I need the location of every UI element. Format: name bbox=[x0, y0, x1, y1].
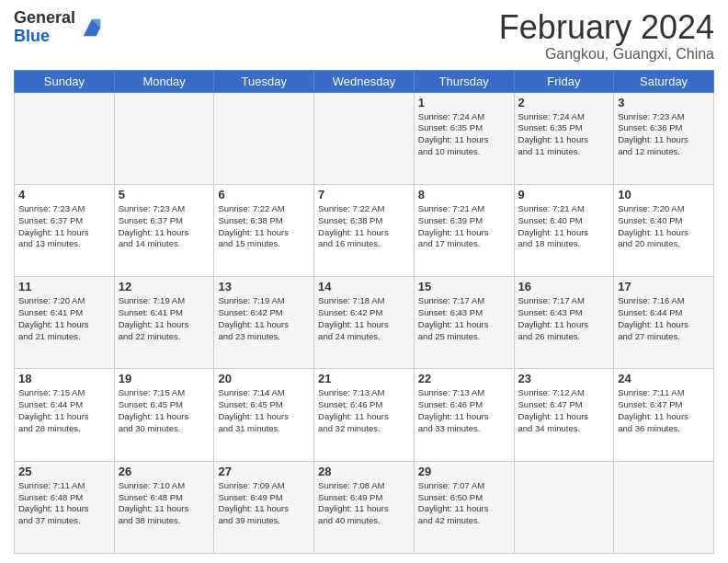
day-info: Sunrise: 7:22 AM Sunset: 6:38 PM Dayligh… bbox=[218, 203, 310, 250]
day-number: 2 bbox=[518, 96, 610, 109]
day-info: Sunrise: 7:17 AM Sunset: 6:43 PM Dayligh… bbox=[518, 295, 610, 342]
day-number: 29 bbox=[418, 465, 510, 478]
day-info: Sunrise: 7:14 AM Sunset: 6:45 PM Dayligh… bbox=[218, 387, 310, 434]
day-info: Sunrise: 7:20 AM Sunset: 6:40 PM Dayligh… bbox=[618, 203, 710, 250]
calendar-cell: 21Sunrise: 7:13 AM Sunset: 6:46 PM Dayli… bbox=[314, 369, 415, 461]
calendar-cell: 10Sunrise: 7:20 AM Sunset: 6:40 PM Dayli… bbox=[614, 184, 714, 276]
logo-line1: General bbox=[14, 9, 75, 28]
day-info: Sunrise: 7:24 AM Sunset: 6:35 PM Dayligh… bbox=[518, 111, 610, 158]
month-title: February 2024 bbox=[499, 9, 714, 46]
day-info: Sunrise: 7:11 AM Sunset: 6:48 PM Dayligh… bbox=[18, 480, 110, 527]
calendar-cell: 2Sunrise: 7:24 AM Sunset: 6:35 PM Daylig… bbox=[514, 92, 614, 184]
calendar-cell: 7Sunrise: 7:22 AM Sunset: 6:38 PM Daylig… bbox=[314, 184, 415, 276]
calendar-cell: 26Sunrise: 7:10 AM Sunset: 6:48 PM Dayli… bbox=[114, 461, 214, 553]
calendar-cell: 29Sunrise: 7:07 AM Sunset: 6:50 PM Dayli… bbox=[414, 461, 514, 553]
day-header-tuesday: Tuesday bbox=[214, 70, 314, 92]
day-number: 19 bbox=[119, 372, 210, 385]
day-header-saturday: Saturday bbox=[614, 70, 714, 92]
day-header-sunday: Sunday bbox=[15, 70, 115, 92]
day-number: 12 bbox=[119, 280, 210, 293]
calendar-cell bbox=[614, 461, 714, 553]
calendar-cell bbox=[15, 92, 115, 184]
day-number: 7 bbox=[318, 188, 410, 201]
calendar-cell: 13Sunrise: 7:19 AM Sunset: 6:42 PM Dayli… bbox=[214, 277, 314, 369]
day-number: 15 bbox=[418, 280, 510, 293]
calendar-cell: 3Sunrise: 7:23 AM Sunset: 6:36 PM Daylig… bbox=[614, 92, 714, 184]
calendar-cell: 12Sunrise: 7:19 AM Sunset: 6:41 PM Dayli… bbox=[114, 277, 214, 369]
calendar-cell bbox=[314, 92, 415, 184]
header: General Blue February 2024 Gangkou, Guan… bbox=[14, 9, 714, 63]
calendar-cell: 4Sunrise: 7:23 AM Sunset: 6:37 PM Daylig… bbox=[15, 184, 115, 276]
calendar-cell: 5Sunrise: 7:23 AM Sunset: 6:37 PM Daylig… bbox=[114, 184, 214, 276]
title-area: February 2024 Gangkou, Guangxi, China bbox=[499, 9, 714, 63]
day-info: Sunrise: 7:10 AM Sunset: 6:48 PM Dayligh… bbox=[119, 480, 210, 527]
calendar-cell: 11Sunrise: 7:20 AM Sunset: 6:41 PM Dayli… bbox=[15, 277, 115, 369]
calendar-cell bbox=[214, 92, 314, 184]
day-info: Sunrise: 7:11 AM Sunset: 6:47 PM Dayligh… bbox=[618, 387, 710, 434]
day-info: Sunrise: 7:08 AM Sunset: 6:49 PM Dayligh… bbox=[318, 480, 410, 527]
day-number: 10 bbox=[618, 188, 710, 201]
day-info: Sunrise: 7:16 AM Sunset: 6:44 PM Dayligh… bbox=[618, 295, 710, 342]
day-number: 3 bbox=[618, 96, 710, 109]
logo-text: General Blue bbox=[14, 9, 75, 46]
day-number: 11 bbox=[18, 280, 110, 293]
day-info: Sunrise: 7:17 AM Sunset: 6:43 PM Dayligh… bbox=[418, 295, 510, 342]
calendar-week-3: 11Sunrise: 7:20 AM Sunset: 6:41 PM Dayli… bbox=[15, 277, 714, 369]
calendar-cell: 17Sunrise: 7:16 AM Sunset: 6:44 PM Dayli… bbox=[614, 277, 714, 369]
calendar-cell: 6Sunrise: 7:22 AM Sunset: 6:38 PM Daylig… bbox=[214, 184, 314, 276]
calendar-table: SundayMondayTuesdayWednesdayThursdayFrid… bbox=[14, 70, 714, 554]
day-info: Sunrise: 7:23 AM Sunset: 6:36 PM Dayligh… bbox=[618, 111, 710, 158]
calendar-week-2: 4Sunrise: 7:23 AM Sunset: 6:37 PM Daylig… bbox=[15, 184, 714, 276]
day-header-thursday: Thursday bbox=[414, 70, 514, 92]
calendar-cell: 23Sunrise: 7:12 AM Sunset: 6:47 PM Dayli… bbox=[514, 369, 614, 461]
day-header-wednesday: Wednesday bbox=[314, 70, 415, 92]
day-number: 17 bbox=[618, 280, 710, 293]
day-info: Sunrise: 7:18 AM Sunset: 6:42 PM Dayligh… bbox=[318, 295, 410, 342]
day-number: 6 bbox=[218, 188, 310, 201]
day-info: Sunrise: 7:19 AM Sunset: 6:41 PM Dayligh… bbox=[119, 295, 210, 342]
day-number: 16 bbox=[518, 280, 610, 293]
day-number: 9 bbox=[518, 188, 610, 201]
calendar-cell: 1Sunrise: 7:24 AM Sunset: 6:35 PM Daylig… bbox=[414, 92, 514, 184]
calendar-cell: 22Sunrise: 7:13 AM Sunset: 6:46 PM Dayli… bbox=[414, 369, 514, 461]
day-number: 27 bbox=[218, 465, 310, 478]
day-info: Sunrise: 7:20 AM Sunset: 6:41 PM Dayligh… bbox=[18, 295, 110, 342]
calendar-cell: 28Sunrise: 7:08 AM Sunset: 6:49 PM Dayli… bbox=[314, 461, 415, 553]
day-number: 5 bbox=[119, 188, 210, 201]
day-info: Sunrise: 7:21 AM Sunset: 6:40 PM Dayligh… bbox=[518, 203, 610, 250]
day-number: 23 bbox=[518, 372, 610, 385]
calendar-week-4: 18Sunrise: 7:15 AM Sunset: 6:44 PM Dayli… bbox=[15, 369, 714, 461]
day-info: Sunrise: 7:23 AM Sunset: 6:37 PM Dayligh… bbox=[119, 203, 210, 250]
day-info: Sunrise: 7:07 AM Sunset: 6:50 PM Dayligh… bbox=[418, 480, 510, 527]
calendar-week-1: 1Sunrise: 7:24 AM Sunset: 6:35 PM Daylig… bbox=[15, 92, 714, 184]
day-info: Sunrise: 7:13 AM Sunset: 6:46 PM Dayligh… bbox=[318, 387, 410, 434]
calendar-cell: 9Sunrise: 7:21 AM Sunset: 6:40 PM Daylig… bbox=[514, 184, 614, 276]
location: Gangkou, Guangxi, China bbox=[499, 46, 714, 63]
day-number: 13 bbox=[218, 280, 310, 293]
calendar-cell bbox=[514, 461, 614, 553]
day-info: Sunrise: 7:15 AM Sunset: 6:45 PM Dayligh… bbox=[119, 387, 210, 434]
day-number: 24 bbox=[618, 372, 710, 385]
calendar-cell bbox=[114, 92, 214, 184]
day-info: Sunrise: 7:19 AM Sunset: 6:42 PM Dayligh… bbox=[218, 295, 310, 342]
day-info: Sunrise: 7:24 AM Sunset: 6:35 PM Dayligh… bbox=[418, 111, 510, 158]
calendar-cell: 19Sunrise: 7:15 AM Sunset: 6:45 PM Dayli… bbox=[114, 369, 214, 461]
day-info: Sunrise: 7:12 AM Sunset: 6:47 PM Dayligh… bbox=[518, 387, 610, 434]
day-number: 20 bbox=[218, 372, 310, 385]
day-number: 28 bbox=[318, 465, 410, 478]
day-info: Sunrise: 7:22 AM Sunset: 6:38 PM Dayligh… bbox=[318, 203, 410, 250]
calendar-cell: 15Sunrise: 7:17 AM Sunset: 6:43 PM Dayli… bbox=[414, 277, 514, 369]
calendar-week-5: 25Sunrise: 7:11 AM Sunset: 6:48 PM Dayli… bbox=[15, 461, 714, 553]
page: General Blue February 2024 Gangkou, Guan… bbox=[0, 0, 728, 563]
day-number: 14 bbox=[318, 280, 410, 293]
day-number: 25 bbox=[18, 465, 110, 478]
day-number: 22 bbox=[418, 372, 510, 385]
calendar-header-row: SundayMondayTuesdayWednesdayThursdayFrid… bbox=[15, 70, 714, 92]
day-number: 21 bbox=[318, 372, 410, 385]
calendar-cell: 18Sunrise: 7:15 AM Sunset: 6:44 PM Dayli… bbox=[15, 369, 115, 461]
logo-line2: Blue bbox=[14, 28, 75, 46]
day-header-monday: Monday bbox=[114, 70, 214, 92]
day-info: Sunrise: 7:15 AM Sunset: 6:44 PM Dayligh… bbox=[18, 387, 110, 434]
day-number: 1 bbox=[418, 96, 510, 109]
calendar-cell: 8Sunrise: 7:21 AM Sunset: 6:39 PM Daylig… bbox=[414, 184, 514, 276]
